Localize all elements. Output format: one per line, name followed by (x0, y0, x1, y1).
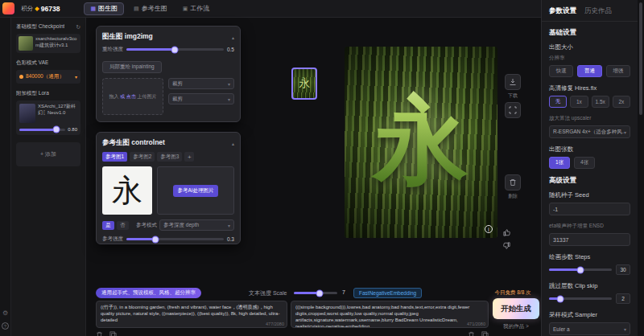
lora-weight-slider[interactable] (19, 129, 65, 131)
reference-strength-slider[interactable] (126, 238, 224, 240)
upload-hint-or: 或 (120, 94, 125, 99)
advanced-settings-header: 高级设置 (549, 176, 630, 186)
preset-pill-button[interactable]: 通用起手式、预设模板、风格、超分辨率 (96, 288, 201, 298)
hires-none-button[interactable]: 无 (549, 96, 567, 108)
embedding-pill[interactable]: FastNegativeEmbedding (353, 288, 422, 298)
hires-15x-button[interactable]: 1.5x (592, 96, 609, 108)
trash-icon (509, 178, 517, 186)
image-toolbar: 下载 删除 (504, 74, 522, 200)
upload-hint-drag: 拖入 (109, 94, 118, 99)
lora-thumbnail (19, 104, 35, 123)
tab-reference-gen[interactable]: ▤ 参考生图 (128, 2, 173, 15)
quality-normal-button[interactable]: 普通 (577, 65, 601, 77)
vae-select[interactable]: 840000（通用） ▾ (16, 70, 80, 84)
reference-image[interactable]: 永 (102, 166, 152, 215)
page-scrollbar (638, 0, 644, 336)
checkpoint-card[interactable]: xsarchitecturalv3com建筑设计v3.1 (16, 34, 80, 53)
tab-parameters[interactable]: 参数设置 (549, 6, 576, 16)
reference-strength-label: 参考强度 (102, 236, 123, 243)
help-icon[interactable]: ? (2, 322, 9, 330)
credit-diamond-icon: ◆ (35, 5, 39, 12)
collapse-icon[interactable]: ▴ (232, 35, 234, 40)
controlnet-tab-2[interactable]: 参考图2 (130, 152, 155, 162)
negative-prompt-wrap: (((simple background))),lowres,bad anato… (291, 301, 489, 328)
vae-value: 840000（通用） (26, 73, 72, 80)
negative-prompt-count: 471/2080 (467, 322, 485, 326)
controlnet-tab-1[interactable]: 参考图1 (102, 152, 127, 162)
credits[interactable]: 积分 ◆ 96738 (21, 5, 60, 13)
ai-process-button[interactable]: 参考Ai处理图片 (173, 185, 219, 197)
lora-card[interactable]: XSArchi_127新科幻〖Neov1.0 0.80 (16, 100, 80, 135)
negative-prompt-tools (468, 331, 489, 336)
hires-fix-label: 高清修复 Hires.fix (549, 84, 630, 92)
thumb-up-icon[interactable] (502, 228, 511, 237)
thumb-down-icon[interactable] (502, 241, 511, 250)
seed-input[interactable] (549, 203, 630, 215)
lora-weight-value: 0.80 (68, 127, 77, 132)
tab-history-works[interactable]: 历史作品 (584, 6, 612, 16)
trash-icon[interactable] (468, 331, 475, 336)
quality-enhanced-button[interactable]: 增强 (606, 65, 630, 77)
ensd-input[interactable] (549, 233, 630, 246)
add-controlnet-tab-button[interactable]: + (184, 152, 194, 162)
delete-button[interactable] (505, 174, 521, 191)
generate-button[interactable]: 开始生成 (493, 298, 539, 319)
cfg-scale-value: 7 (342, 289, 345, 295)
controlnet-tab-3[interactable]: 参考图3 (157, 152, 182, 162)
refresh-icon[interactable]: ↻ (76, 24, 80, 31)
copy-icon[interactable] (109, 331, 117, 336)
model-sidebar: 基础模型 Checkpoint ↻ xsarchitecturalv3com建筑… (11, 18, 86, 336)
download-button[interactable] (505, 74, 521, 90)
clip-skip-value: 2 (616, 293, 630, 304)
preprocess-no-toggle[interactable]: 否 (117, 221, 129, 230)
negative-prompt-input[interactable]: (((simple background))),lowres,bad anato… (291, 301, 489, 328)
app-logo-icon[interactable] (2, 2, 14, 14)
copy-icon[interactable] (481, 331, 489, 336)
settings-gear-icon[interactable]: ⚙ (2, 309, 8, 317)
top-bar: 积分 ◆ 96738 ▦ 图生图 ▤ 参考生图 ▣ 工作流 (0, 0, 541, 18)
workspace-canvas: 图生图 img2img ▴ 重绘强度 0.5 局部重绘 inpainting 拖… (86, 18, 541, 336)
resize-mode-select-2[interactable]: 裁剪 ▾ (168, 93, 234, 104)
preprocess-yes-toggle[interactable]: 是 (102, 221, 114, 230)
lora-section-label: 附加模型 Lora (16, 90, 49, 97)
history-thumbnail-selected[interactable]: 永 (291, 68, 317, 100)
img2img-panel-title: 图生图 img2img (102, 32, 153, 42)
seed-label: 随机种子 Seed (549, 191, 630, 199)
chevron-down-icon: ▾ (624, 129, 626, 135)
my-works-link[interactable]: 我的作品 > (493, 323, 539, 330)
sampler-select[interactable]: Euler a ▾ (549, 322, 630, 335)
resize-mode-select-1[interactable]: 裁剪 ▾ (168, 78, 234, 89)
image-upload-dropzone[interactable]: 拖入 或 点击 上传图片 (102, 78, 163, 115)
clip-skip-slider[interactable] (549, 297, 612, 300)
steps-slider[interactable] (549, 268, 612, 271)
vae-section-label: 色彩模式 VAE (16, 59, 48, 67)
positive-prompt-input[interactable]: ((竹子)), in a blooming garden, (fresh and… (96, 301, 287, 328)
hires-1x-button[interactable]: 1x (570, 96, 588, 108)
chevron-down-icon: ▾ (228, 81, 230, 87)
left-rail: ⚙ ? (0, 18, 11, 336)
batch-4-button[interactable]: 4张 (574, 157, 595, 169)
scrollbar-thumb[interactable] (639, 2, 642, 115)
collapse-icon[interactable]: ▴ (232, 141, 234, 146)
feedback-buttons (502, 228, 511, 250)
positive-prompt-tools (96, 331, 117, 336)
tab-workflow[interactable]: ▣ 工作流 (177, 2, 216, 15)
tab-img2img[interactable]: ▦ 图生图 (84, 2, 124, 15)
upscaler-label: 放大算法 upscaler (549, 115, 630, 122)
reference-mode-select[interactable]: 参考深度 depth ▾ (159, 219, 234, 231)
cfg-scale-slider[interactable] (294, 292, 337, 294)
info-icon[interactable]: i (485, 225, 493, 233)
cfg-scale-label: 文本强度 Scale (249, 289, 287, 297)
quality-fast-button[interactable]: 快速 (549, 65, 573, 77)
add-lora-button[interactable]: + 添加 (16, 142, 80, 166)
generated-image[interactable]: 永 i (345, 47, 497, 238)
inpaint-button[interactable]: 局部重绘 inpainting (102, 61, 162, 73)
fullscreen-button[interactable] (505, 102, 521, 118)
hires-2x-button[interactable]: 2x (613, 96, 630, 108)
chevron-down-icon: ▾ (228, 223, 230, 228)
download-icon (509, 78, 517, 86)
batch-1-button[interactable]: 1张 (549, 157, 570, 169)
trash-icon[interactable] (96, 331, 103, 336)
upscaler-select[interactable]: R-ESRGAN 4x+（适合多种风… ▾ (549, 125, 630, 138)
denoise-slider[interactable] (126, 48, 224, 51)
